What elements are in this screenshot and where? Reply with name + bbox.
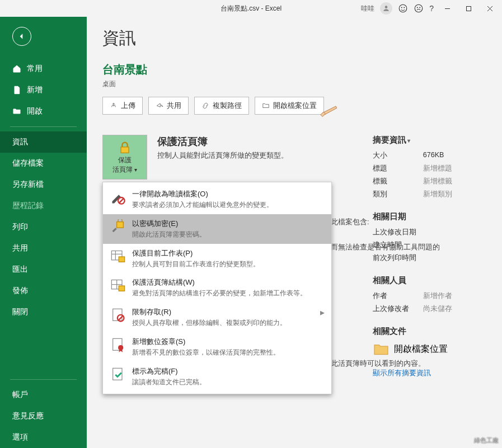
prop-lastmod: 尚未儲存 [423,304,452,314]
related-docs-heading: 相關文件 [373,326,486,337]
inspect-text: 此檔案包含: 而無法檢查是否有協助工具問題的 [331,216,454,254]
protect-dropdown: 一律開啟為唯讀檔案(O)要求讀者必須加入才能編輯以避免意外的變更。 以密碼加密(… [102,182,332,394]
sidebar-item-saveas[interactable]: 另存新檔 [0,174,87,195]
sidebar-item-new[interactable]: 新增 [0,79,87,101]
sidebar: 常用 新增 開啟 資訊 儲存檔案 另存新檔 歷程記錄 列印 共用 匯出 發佈 關… [0,17,87,448]
check-doc-icon [110,366,126,383]
svg-point-1 [399,4,407,12]
open-file-location[interactable]: 開啟檔案位置 [373,342,486,356]
sidebar-item-info[interactable]: 資訊 [0,131,87,153]
svg-rect-14 [117,221,124,228]
chevron-right-icon: ▸ [320,307,325,328]
sidebar-item-publish[interactable]: 發佈 [0,280,87,301]
document-icon [12,86,21,95]
folder-icon [373,342,390,356]
sidebar-item-history[interactable]: 歷程記錄 [0,195,87,216]
sidebar-item-feedback[interactable]: 意見反應 [0,405,87,427]
window-title: 台南景點.csv - Excel [220,4,282,13]
close-button[interactable] [482,1,498,16]
menu-readonly[interactable]: 一律開啟為唯讀檔案(O)要求讀者必須加入才能編輯以避免意外的變更。 [103,185,331,214]
manage-text: 此活頁簿時可以看到的內容。 [331,357,465,370]
menu-protect-sheet[interactable]: 保護目前工作表(P)控制人員可對目前工作表進行的變更類型。 [103,244,331,273]
document-title: 台南景點 [102,62,486,77]
protect-workbook-button[interactable]: 保護 活頁簿 ▾ [102,135,147,180]
menu-encrypt[interactable]: 以密碼加密(E)開啟此活頁簿需要密碼。 [103,214,331,244]
sidebar-item-options[interactable]: 選項 [0,427,87,448]
people-heading: 相關人員 [373,275,486,286]
svg-point-5 [417,7,418,8]
sidebar-item-save[interactable]: 儲存檔案 [0,153,87,174]
prop-author[interactable]: 新增作者 [423,291,452,301]
prop-title[interactable]: 新增標題 [423,164,452,173]
open-location-button[interactable]: 開啟檔案位置 [255,97,324,115]
menu-mark-final[interactable]: 標示為完稿(F)讓讀者知道文件已完稿。 [103,362,331,392]
lock-icon [117,140,133,155]
sheet-lock-icon [110,248,126,265]
svg-line-13 [119,199,123,202]
svg-point-3 [404,7,405,8]
avatar[interactable] [380,2,392,15]
menu-protect-structure[interactable]: 保護活頁簿結構(W)避免對活頁簿的結構進行不必要的變更，如新增工作表等。 [103,273,331,303]
key-lock-icon [110,219,126,235]
prop-tags[interactable]: 新增標籤 [423,177,452,186]
help-icon[interactable]: ? [429,4,434,13]
folder-open-icon [12,107,21,116]
menu-digital-signature[interactable]: 新增數位簽章(S)新增看不見的數位簽章，以確保活頁簿的完整性。 [103,332,331,362]
restrict-icon [110,307,126,324]
sidebar-item-print[interactable]: 列印 [0,216,87,238]
prop-size: 676KB [423,151,444,161]
maximize-button[interactable] [461,1,476,16]
svg-point-0 [385,6,388,8]
menu-restrict-access[interactable]: 限制存取(R)授與人員存取權，但移除編輯、複製或列印的能力。 ▸ [103,303,331,332]
share-button[interactable]: 共用 [148,97,189,115]
copy-path-button[interactable]: 複製路徑 [194,97,249,115]
sidebar-item-home[interactable]: 常用 [0,58,87,79]
document-location: 桌面 [102,79,486,89]
page-title: 資訊 [102,27,486,50]
home-icon [12,64,21,73]
back-button[interactable] [12,27,31,46]
pencil-forbid-icon [110,189,126,206]
structure-lock-icon [110,277,126,294]
svg-point-4 [415,4,423,12]
properties-heading[interactable]: 摘要資訊▾ [373,135,486,145]
svg-rect-11 [121,147,129,153]
sidebar-item-open[interactable]: 開啟 [0,101,87,122]
svg-rect-22 [119,286,125,291]
upload-button[interactable]: 上傳 [102,97,143,115]
ribbon-icon [110,337,126,353]
prop-category[interactable]: 新增類別 [423,190,452,199]
svg-rect-18 [119,257,125,262]
sidebar-item-close[interactable]: 關閉 [0,301,87,323]
watermark: 綠色工廠 [474,436,499,445]
user-name: 哇哇 [361,4,374,13]
smile-icon[interactable] [398,3,408,13]
svg-point-6 [420,7,420,8]
sidebar-item-export[interactable]: 匯出 [0,259,87,280]
svg-point-27 [118,345,123,350]
minimize-button[interactable] [439,1,455,16]
svg-rect-8 [466,6,471,11]
frown-icon[interactable] [414,3,424,13]
svg-point-2 [402,7,402,8]
protect-title: 保護活頁簿 [157,135,288,148]
sidebar-item-account[interactable]: 帳戶 [0,384,87,405]
sidebar-item-share[interactable]: 共用 [0,238,87,259]
protect-desc: 控制人員能對此活頁簿所做的變更類型。 [157,150,288,161]
cursor-pointer-icon [317,100,342,121]
